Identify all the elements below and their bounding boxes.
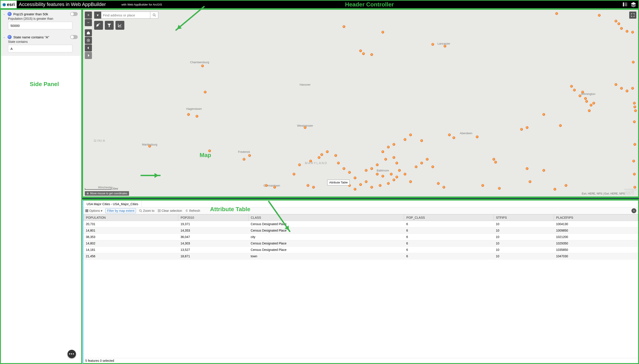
city-point[interactable] [370, 53, 373, 56]
city-point[interactable] [633, 106, 636, 108]
city-point[interactable] [633, 173, 636, 176]
city-point[interactable] [348, 171, 351, 174]
city-point[interactable] [404, 173, 406, 176]
data-grid[interactable]: POPULATIONPOP2010CLASSPOP_CLASSSTFIPSPLA… [84, 214, 638, 260]
city-point[interactable] [359, 183, 362, 186]
city-point[interactable] [526, 126, 528, 129]
city-point[interactable] [617, 22, 620, 25]
city-point[interactable] [248, 154, 251, 157]
table-row[interactable]: 14,18113,527Census Designated Place61010… [84, 247, 638, 253]
city-point[interactable] [304, 126, 306, 129]
column-toggle-button[interactable]: + [631, 208, 636, 213]
city-point[interactable] [318, 156, 321, 159]
city-point[interactable] [187, 113, 190, 116]
city-point[interactable] [494, 161, 497, 164]
city-point[interactable] [362, 52, 365, 55]
chart-widget-button[interactable] [115, 21, 124, 30]
city-point[interactable] [420, 139, 423, 142]
city-point[interactable] [573, 89, 576, 92]
city-point[interactable] [633, 120, 636, 123]
city-point[interactable] [492, 158, 495, 160]
city-point[interactable] [395, 162, 398, 164]
filter-widget-button[interactable] [105, 21, 114, 30]
city-point[interactable] [293, 173, 295, 176]
city-point[interactable] [555, 12, 558, 15]
filter-value-input[interactable] [8, 45, 72, 52]
city-point[interactable] [443, 186, 445, 188]
city-point[interactable] [526, 167, 528, 170]
city-point[interactable] [387, 182, 390, 185]
city-point[interactable] [520, 128, 523, 131]
city-point[interactable] [376, 173, 379, 176]
city-point[interactable] [592, 102, 595, 104]
city-point[interactable] [395, 176, 398, 178]
city-point[interactable] [579, 94, 581, 97]
city-point[interactable] [431, 43, 434, 46]
city-point[interactable] [390, 173, 393, 176]
fullscreen-button[interactable] [629, 12, 636, 19]
city-point[interactable] [382, 31, 384, 34]
column-header[interactable]: POP2010 [178, 214, 248, 221]
city-point[interactable] [598, 14, 600, 17]
city-point[interactable] [448, 134, 451, 136]
city-point[interactable] [326, 150, 329, 153]
expand-icon[interactable]: ⌄ [3, 36, 6, 38]
refresh-button[interactable]: Refresh [185, 209, 200, 212]
city-point[interactable] [631, 87, 634, 90]
city-point[interactable] [196, 115, 198, 118]
city-point[interactable] [387, 146, 390, 148]
layers-button[interactable] [630, 1, 637, 8]
city-point[interactable] [614, 83, 617, 86]
city-point[interactable] [376, 164, 379, 166]
city-point[interactable] [365, 180, 368, 183]
zoom-in-button[interactable]: + [85, 12, 92, 19]
city-point[interactable] [359, 50, 362, 52]
column-header[interactable]: STFIPS [494, 214, 554, 221]
city-point[interactable] [354, 188, 356, 190]
column-header[interactable]: PLACEFIPS [554, 214, 638, 221]
city-point[interactable] [382, 150, 384, 153]
city-point[interactable] [626, 90, 628, 92]
city-point[interactable] [273, 186, 276, 188]
table-row[interactable]: 20,73119,371Census Designated Place61010… [84, 221, 638, 227]
city-point[interactable] [307, 184, 309, 187]
column-header[interactable]: POP_CLASS [404, 214, 494, 221]
city-point[interactable] [393, 143, 395, 146]
home-button[interactable] [85, 29, 92, 36]
prev-extent-button[interactable] [85, 44, 92, 52]
city-point[interactable] [633, 102, 636, 104]
city-point[interactable] [431, 166, 434, 168]
city-point[interactable] [309, 160, 312, 162]
city-point[interactable] [384, 158, 387, 160]
city-point[interactable] [382, 175, 384, 178]
coordinate-widget[interactable]: ⊕ Move mouse to get coordinates [85, 191, 129, 196]
search-input[interactable] [101, 12, 150, 18]
table-row[interactable]: 21,45618,871town6101047030 [84, 253, 638, 260]
city-point[interactable] [148, 145, 151, 148]
filter-by-extent-button[interactable]: Filter by map extent [106, 208, 136, 213]
city-point[interactable] [312, 186, 315, 188]
city-point[interactable] [498, 187, 501, 190]
city-point[interactable] [614, 20, 617, 22]
table-row[interactable]: 14,80114,353Census Designated Place61010… [84, 227, 638, 234]
city-point[interactable] [542, 169, 545, 172]
search-source-dropdown[interactable]: ▾ [94, 12, 101, 19]
city-point[interactable] [370, 186, 373, 188]
filter-toggle[interactable] [70, 12, 78, 16]
city-point[interactable] [453, 136, 455, 139]
city-point[interactable] [481, 184, 484, 187]
table-resize-handle[interactable] [82, 198, 639, 200]
city-point[interactable] [321, 153, 323, 156]
city-point[interactable] [584, 97, 587, 100]
city-point[interactable] [444, 45, 446, 48]
city-point[interactable] [426, 158, 429, 160]
city-point[interactable] [620, 87, 623, 90]
city-point[interactable] [542, 113, 545, 116]
table-tab[interactable]: USA Major Cities - USA_Major_Cities [84, 200, 142, 207]
city-point[interactable] [633, 143, 636, 146]
city-point[interactable] [620, 27, 623, 30]
column-header[interactable]: POPULATION [84, 214, 178, 221]
city-point[interactable] [565, 184, 567, 187]
city-point[interactable] [393, 178, 395, 181]
city-point[interactable] [243, 158, 245, 160]
